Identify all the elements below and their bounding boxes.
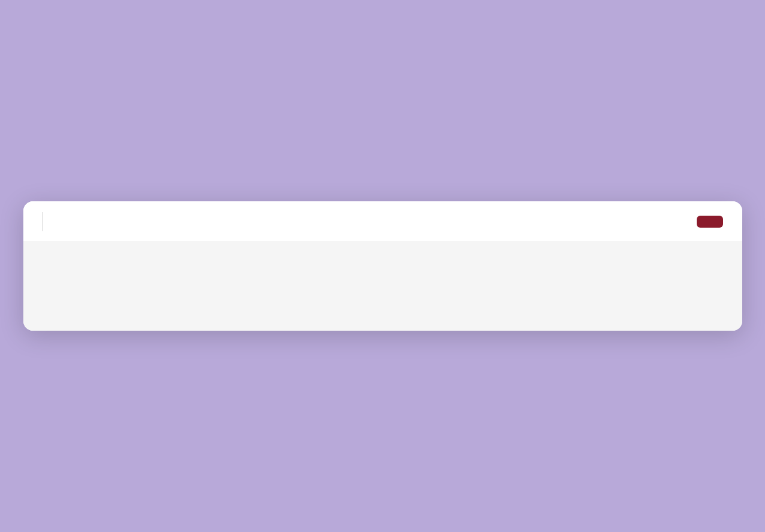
navbar xyxy=(23,201,742,242)
browser-window xyxy=(23,201,742,331)
nav-divider xyxy=(43,212,43,231)
main-content xyxy=(23,242,742,331)
cta-button[interactable] xyxy=(697,216,723,228)
nav-right xyxy=(687,216,723,228)
